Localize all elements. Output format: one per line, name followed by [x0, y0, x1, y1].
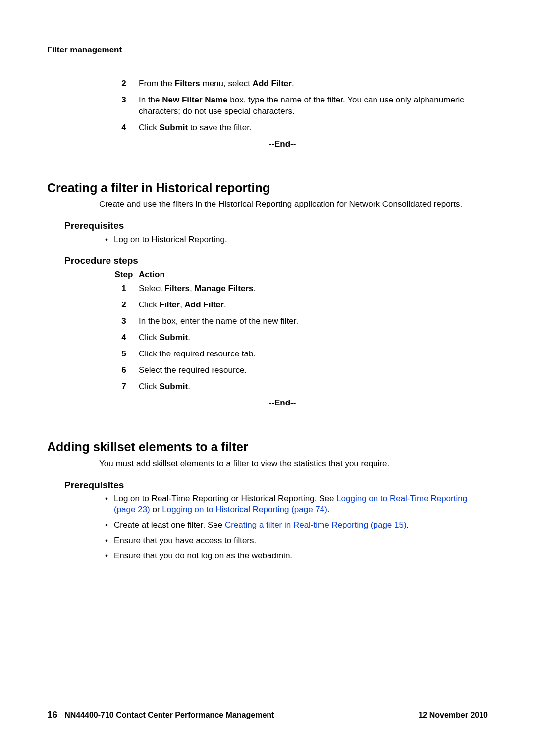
step-text: In the New Filter Name box, type the nam… — [139, 95, 488, 117]
page-number: 16 — [47, 708, 57, 721]
step-row: 2From the Filters menu, select Add Filte… — [109, 78, 488, 90]
step-number: 3 — [109, 316, 139, 327]
section2-intro: You must add skillset elements to a filt… — [99, 458, 488, 470]
bullet-dot-icon: • — [99, 520, 114, 531]
section1-intro: Create and use the filters in the Histor… — [99, 199, 488, 210]
top-steps-block: 2From the Filters menu, select Add Filte… — [109, 78, 488, 134]
step-number: 6 — [109, 365, 139, 376]
step-text: Click the required resource tab. — [139, 349, 488, 360]
step-text: In the box, enter the name of the new fi… — [139, 316, 488, 327]
step-text: Click Filter, Add Filter. — [139, 300, 488, 311]
end-marker: --End-- — [77, 139, 488, 150]
footer-date: 12 November 2010 — [418, 710, 488, 721]
step-row: 6Select the required resource. — [109, 365, 488, 376]
end-marker: --End-- — [77, 398, 488, 409]
col-header-step: Step — [109, 269, 139, 281]
section-heading-creating-filter: Creating a filter in Historical reportin… — [47, 180, 488, 197]
bullet-text: Log on to Historical Reporting. — [114, 234, 488, 246]
step-text: Click Submit. — [139, 332, 488, 344]
bullet-item: •Log on to Real-Time Reporting or Histor… — [99, 493, 488, 516]
step-row: 5Click the required resource tab. — [109, 349, 488, 360]
running-header: Filter management — [47, 45, 488, 56]
bullet-text: Ensure that you do not log on as the web… — [114, 551, 488, 562]
step-number: 5 — [109, 349, 139, 360]
bullet-dot-icon: • — [99, 551, 114, 562]
column-headers: Step Action — [109, 269, 488, 281]
step-number: 2 — [109, 300, 139, 311]
page-footer: 16 NN44400-710 Contact Center Performanc… — [47, 708, 488, 721]
bullet-dot-icon: • — [99, 493, 114, 504]
bullet-text: Ensure that you have access to filters. — [114, 535, 488, 547]
bullet-item: •Ensure that you have access to filters. — [99, 535, 488, 547]
step-number: 7 — [109, 381, 139, 393]
bullet-item: •Log on to Historical Reporting. — [99, 234, 488, 246]
step-text: From the Filters menu, select Add Filter… — [139, 78, 488, 90]
procedure-steps-heading: Procedure steps — [64, 254, 488, 267]
prerequisites-heading: Prerequisites — [64, 479, 488, 492]
step-number: 4 — [109, 122, 139, 134]
bullet-item: •Create at least one filter. See Creatin… — [99, 520, 488, 531]
footer-left: 16 NN44400-710 Contact Center Performanc… — [47, 708, 274, 721]
step-text: Select Filters, Manage Filters. — [139, 283, 488, 295]
step-row: 2Click Filter, Add Filter. — [109, 300, 488, 311]
step-row: 3In the box, enter the name of the new f… — [109, 316, 488, 327]
step-row: 1Select Filters, Manage Filters. — [109, 283, 488, 295]
step-text: Click Submit to save the filter. — [139, 122, 488, 134]
step-row: 4Click Submit. — [109, 332, 488, 344]
section2-prereqs: •Log on to Real-Time Reporting or Histor… — [99, 493, 488, 562]
section1-steps-block: 1Select Filters, Manage Filters.2Click F… — [109, 283, 488, 393]
bullet-text: Log on to Real-Time Reporting or Histori… — [114, 493, 488, 516]
step-row: 3In the New Filter Name box, type the na… — [109, 95, 488, 117]
section1-prereqs: •Log on to Historical Reporting. — [99, 234, 488, 246]
step-text: Click Submit. — [139, 381, 488, 393]
bullet-dot-icon: • — [99, 234, 114, 246]
doc-id: NN44400-710 Contact Center Performance M… — [64, 710, 274, 721]
step-number: 1 — [109, 283, 139, 295]
section-heading-adding-skillset: Adding skillset elements to a filter — [47, 439, 488, 455]
bullet-text: Create at least one filter. See Creating… — [114, 520, 488, 531]
col-header-action: Action — [139, 269, 488, 281]
step-row: 7Click Submit. — [109, 381, 488, 393]
step-number: 2 — [109, 78, 139, 90]
page-container: Filter management 2From the Filters menu… — [0, 0, 535, 756]
step-text: Select the required resource. — [139, 365, 488, 376]
step-number: 4 — [109, 332, 139, 344]
step-row: 4Click Submit to save the filter. — [109, 122, 488, 134]
prerequisites-heading: Prerequisites — [64, 219, 488, 232]
bullet-dot-icon: • — [99, 535, 114, 547]
step-number: 3 — [109, 95, 139, 106]
bullet-item: •Ensure that you do not log on as the we… — [99, 551, 488, 562]
